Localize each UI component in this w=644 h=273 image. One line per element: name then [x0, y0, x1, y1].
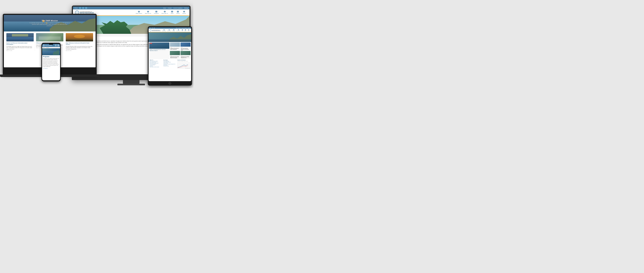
chart-line-2	[178, 65, 188, 68]
chart-svg	[178, 63, 188, 68]
tablet-home-button[interactable]	[168, 82, 171, 85]
i-want-link-6[interactable]: Submit a public records art request	[149, 67, 162, 67]
i-want-to-col: I Want To ... Check current water condit…	[149, 60, 162, 69]
i-want-link-4[interactable]: Connect with DWR	[149, 65, 162, 65]
key-topic-link-4[interactable]: Delta Facilities	[163, 65, 176, 65]
key-topic-link-3[interactable]: Sustainable Groundwater Management Act	[163, 64, 176, 64]
tablet-conditions-link[interactable]: Current Conditions	[181, 28, 187, 28]
linkedin-icon[interactable]: in	[85, 7, 87, 9]
tablet-bottom-news-title-1[interactable]: Sustainable Groundwater Management Act	[181, 56, 190, 58]
facebook-icon[interactable]: f	[79, 7, 81, 9]
tablet-nav-label-0: Water Basics	[162, 30, 166, 31]
news-card-2: Major Milestone Achieved at Ronald B. Ro…	[65, 33, 94, 51]
chart-line	[178, 64, 188, 67]
tablet-side-news-0: BLOG 5 Reasons Groundwater is Vital to C…	[170, 42, 180, 50]
nav-library[interactable]: Library	[175, 10, 181, 15]
nav-label-library: Library	[176, 13, 180, 14]
tablet-bottom-news-label-1: BLOG	[181, 55, 190, 56]
tablet-nav-library[interactable]: Library	[184, 29, 187, 32]
scene: Share: f t in About Contact Current Cond…	[3, 5, 190, 83]
nav-label-work-with-us: Work with Us	[162, 13, 168, 14]
explore-numbers-col: Explore the Numbers Tahoe Basin Precipit…	[177, 60, 190, 69]
i-want-link-5[interactable]: Get facilities	[149, 66, 162, 66]
news-card-title-2[interactable]: Major Milestone Achieved at Ronald B. Ro…	[66, 42, 93, 45]
tablet-side-news: BLOG 5 Reasons Groundwater is Vital to C…	[170, 42, 180, 59]
nav-label-search: Search	[182, 13, 186, 14]
phone-logo-text: WATER RESOURCES	[45, 45, 52, 46]
phone-menu-icon[interactable]: ☰	[57, 44, 59, 46]
tablet-news-grid: NEWS Update on Oroville Reservoir Levels…	[148, 42, 191, 60]
tablet-bottom-news-text-1: BLOG Sustainable Groundwater Management …	[180, 55, 190, 58]
tablet-about-link[interactable]: About	[176, 28, 178, 28]
nav-work-with-us[interactable]: Work with Us	[160, 10, 169, 15]
tablet-nav-water-basics[interactable]: Water Basics	[162, 29, 167, 32]
i-want-link-2[interactable]: Watch videos produced by DWR	[149, 63, 162, 63]
news-card-image-0	[6, 33, 34, 41]
phone-all-programs-link[interactable]: All Programs	[43, 68, 59, 69]
desktop-top-bar: Share: f t in About Contact Current Cond…	[73, 7, 190, 9]
tablet-nav-news[interactable]: News	[181, 29, 184, 32]
tablet-news-img-0	[170, 42, 180, 47]
key-topic-link-0[interactable]: Flood Preparedness	[163, 61, 176, 61]
tablet-main-article-card: NEWS Update on Oroville Reservoir Levels…	[149, 42, 169, 59]
about-link[interactable]: About	[163, 7, 166, 9]
news-card-title-0[interactable]: Explore and Discover Information about G…	[6, 42, 34, 45]
phone-search-icon[interactable]: 🔍	[55, 44, 57, 46]
news-card-image-1	[36, 33, 64, 41]
tablet-logo-title: WATER RESOURCES	[152, 30, 160, 31]
settings-link[interactable]: Settings	[184, 7, 188, 9]
tablet-tw-icon[interactable]: t	[154, 28, 154, 28]
tablet-nav-what-we-do[interactable]: What We Do	[167, 29, 172, 32]
logo-text-block: CALIFORNIA DEPARTMENT OF WATER RESOURCES	[80, 11, 94, 14]
i-want-link-0[interactable]: Check current water conditions	[149, 61, 162, 61]
monitor-base	[118, 84, 145, 85]
tablet-work-icon	[178, 29, 179, 30]
key-topic-link-1[interactable]: Oroville Spillway Recovery	[163, 62, 176, 62]
tablet-settings-link[interactable]: Settings	[188, 28, 190, 28]
contact-link[interactable]: Contact	[168, 7, 172, 9]
tablet-nav-search[interactable]: Search	[187, 29, 190, 32]
tablet-nav-programs[interactable]: Programs	[172, 29, 176, 32]
tablet-bottom-news-title-0[interactable]: New Scale Describes Intensity of Atmosph…	[181, 48, 190, 50]
key-topic-link-5[interactable]: State Water Project	[163, 66, 176, 66]
tablet-bottom-news-1: BLOG Sustainable Groundwater Management …	[180, 51, 190, 59]
library-icon	[177, 11, 179, 12]
tablet-bottom-news-0: NEWS New Scale Describes Intensity of At…	[180, 42, 190, 50]
nav-programs[interactable]: Programs	[152, 10, 160, 15]
phone-hero	[42, 48, 60, 55]
nav-news[interactable]: News	[169, 10, 175, 15]
tablet-top-links: About Contact Current Conditions Setting…	[176, 28, 190, 28]
search-icon	[183, 11, 185, 12]
tablet-logo: CALIFORNIA DEPARTMENT OF WATER RESOURCES	[150, 29, 160, 31]
nav-water-basics[interactable]: Water Basics	[134, 10, 144, 15]
tablet-lower: I Want To ... Check current water condit…	[148, 60, 191, 69]
tablet-programs-icon	[173, 29, 174, 30]
tablet-fb-icon[interactable]: f	[152, 28, 153, 28]
news-card-text-0: Groundwater may be out of sight, but it …	[6, 46, 34, 49]
phone-notch	[49, 44, 53, 44]
tablet-logo-tagline: CALIFORNIA DEPARTMENT OF	[152, 30, 160, 30]
i-want-link-3[interactable]: Get technical assistance	[149, 64, 162, 64]
news-card-date-0: March 14, 2019	[6, 50, 34, 51]
nav-what-we-do[interactable]: What We Do	[144, 10, 152, 15]
main-article-label: NEWS	[150, 43, 152, 44]
i-want-link-1[interactable]: View the Spillway Report	[149, 62, 162, 62]
nav-search[interactable]: Search	[181, 10, 187, 15]
phone-breadcrumb-programs[interactable]: Programs	[46, 47, 49, 48]
tablet-share-label: Share:	[150, 28, 152, 28]
tablet-news-title-1[interactable]: Latest Snow Survey Finds Water-Not Snowp…	[170, 56, 180, 58]
tablet-bottom-news-label-0: NEWS	[181, 47, 190, 48]
tablet-news-title-0[interactable]: 5 Reasons Groundwater is Vital to Califo…	[170, 48, 180, 50]
tablet-news-icon	[182, 29, 183, 30]
phone-screen: WATER RESOURCES 🔍 ☰ Home > Programs Pro	[42, 44, 60, 80]
key-topics-title: Key Topics	[163, 60, 176, 60]
tablet-nav-label-5: Library	[184, 30, 186, 31]
key-topic-link-2[interactable]: Climate Change	[163, 63, 176, 63]
tablet-main-article-title[interactable]: Update on Oroville Reservoir Levels and …	[150, 49, 169, 51]
tablet-nav-work-with-us[interactable]: Work with Us	[176, 29, 181, 32]
phone-breadcrumb-home[interactable]: Home	[43, 47, 44, 48]
current-conditions-link[interactable]: Current Conditions	[173, 7, 182, 9]
tablet-bottom-news-text-0: NEWS New Scale Describes Intensity of At…	[180, 47, 190, 50]
tablet-contact-link[interactable]: Contact	[178, 28, 181, 28]
twitter-icon[interactable]: t	[82, 7, 84, 9]
